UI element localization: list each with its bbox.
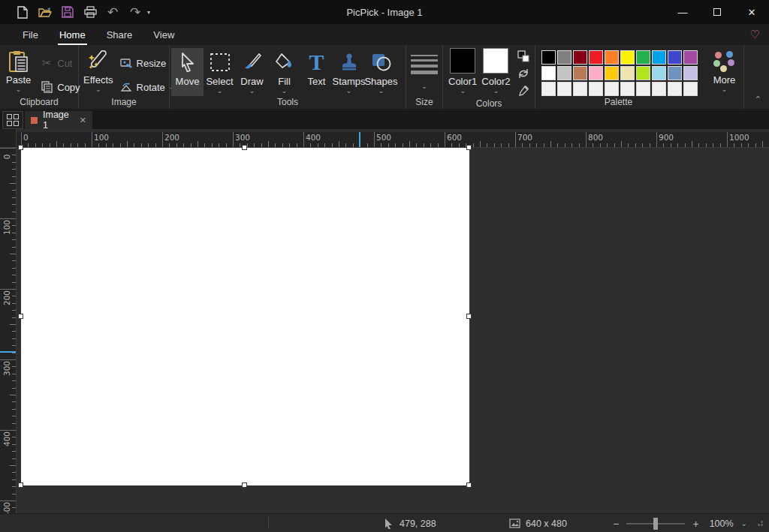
menu-tab-file[interactable]: File [12, 24, 49, 45]
ruler-tick [424, 143, 424, 147]
palette-swatch-r3-c10[interactable] [683, 82, 698, 96]
ruler-tick [176, 143, 177, 147]
palette-swatch-r2-c6[interactable] [620, 66, 635, 80]
qat-dropdown-icon[interactable]: ▾ [147, 9, 150, 16]
palette-swatch-r1-c9[interactable] [668, 50, 682, 65]
ruler-tick [332, 143, 333, 147]
palette-swatch-r2-c3[interactable] [573, 66, 587, 80]
palette-swatch-r1-c6[interactable] [620, 50, 635, 65]
swap-colors-button[interactable] [517, 67, 530, 80]
selection-handle[interactable] [466, 145, 472, 150]
tab-list-button[interactable] [2, 111, 23, 129]
tool-stamps-label: Stamps [332, 77, 365, 87]
fill-chevron-icon: ⌄ [282, 88, 288, 94]
new-file-button[interactable] [15, 5, 30, 20]
eyedropper-button[interactable] [517, 84, 530, 98]
zoom-slider[interactable] [626, 523, 685, 524]
palette-swatch-r2-c8[interactable] [652, 66, 666, 80]
palette-swatch-r1-c10[interactable] [683, 50, 698, 65]
close-button[interactable]: ✕ [734, 0, 769, 24]
palette-swatch-r2-c9[interactable] [668, 66, 682, 80]
selection-handle[interactable] [242, 145, 247, 150]
zoom-dropdown-icon[interactable]: ⌄ [741, 521, 747, 527]
ruler-tick [12, 380, 16, 381]
palette-swatch-r2-c5[interactable] [605, 66, 619, 80]
palette-swatch-r2-c7[interactable] [636, 66, 650, 80]
more-colors-button[interactable]: More ⌄ [705, 48, 743, 96]
resize-grip-icon[interactable] [755, 521, 763, 526]
palette-swatch-r1-c7[interactable] [636, 50, 650, 65]
ruler-tick [56, 141, 57, 147]
tool-stamps-button[interactable]: Stamps ⌄ [333, 48, 365, 96]
palette-swatch-r3-c9[interactable] [668, 82, 682, 96]
v-ruler-label: 400 [2, 428, 11, 450]
size-button[interactable]: ⌄ [408, 48, 441, 96]
palette-swatch-r1-c8[interactable] [652, 50, 666, 65]
tab-close-icon[interactable]: ✕ [80, 116, 86, 125]
ruler-tick [120, 143, 121, 147]
zoom-level-value[interactable]: 100% [710, 518, 734, 529]
ruler-tick [593, 143, 593, 147]
menu-tab-home[interactable]: Home [49, 24, 96, 45]
stamp-icon [339, 53, 359, 72]
palette-swatch-r3-c1[interactable] [541, 82, 556, 96]
zoom-slider-handle[interactable] [653, 518, 658, 530]
palette-swatch-r2-c4[interactable] [589, 66, 603, 80]
paste-label: Paste [6, 75, 31, 86]
menu-tab-view[interactable]: View [143, 24, 185, 45]
palette-swatch-r1-c2[interactable] [557, 50, 571, 65]
palette-swatch-r3-c7[interactable] [636, 82, 650, 96]
open-file-button[interactable] [38, 5, 53, 20]
menu-tab-share[interactable]: Share [96, 24, 143, 45]
undo-button[interactable]: ↶ [105, 5, 120, 20]
effects-button[interactable]: Effects ⌄ [83, 48, 113, 96]
selection-handle[interactable] [18, 145, 23, 150]
ruler-tick [12, 366, 16, 367]
image-canvas[interactable] [21, 148, 469, 485]
heart-icon[interactable]: ♡ [750, 28, 760, 41]
minimize-button[interactable]: — [665, 0, 700, 24]
tool-fill-button[interactable]: Fill ⌄ [268, 48, 300, 96]
tool-shapes-button[interactable]: Shapes ⌄ [365, 48, 397, 96]
zoom-out-button[interactable]: − [613, 518, 619, 530]
print-button[interactable] [83, 5, 98, 20]
selection-handle[interactable] [466, 314, 472, 319]
ruler-tick [656, 132, 657, 147]
palette-swatch-r1-c4[interactable] [589, 50, 603, 65]
palette-swatch-r2-c2[interactable] [557, 66, 571, 80]
tool-select-button[interactable]: Select ⌄ [204, 48, 236, 96]
tool-text-button[interactable]: T Text [300, 48, 333, 96]
palette-swatch-r3-c5[interactable] [605, 82, 619, 96]
palette-swatch-r1-c3[interactable] [573, 50, 587, 65]
selection-handle[interactable] [18, 314, 23, 319]
palette-swatch-r1-c5[interactable] [605, 50, 619, 65]
palette-swatch-r3-c2[interactable] [557, 82, 571, 96]
cut-label: Cut [57, 58, 72, 69]
paste-button[interactable]: Paste ⌄ [6, 48, 31, 96]
copy-button[interactable]: Copy [37, 78, 83, 96]
palette-swatch-r3-c3[interactable] [573, 82, 587, 96]
color2-button[interactable]: Color2 ⌄ [481, 48, 510, 94]
palette-swatch-r3-c6[interactable] [620, 82, 635, 96]
collapse-ribbon-icon[interactable]: ⌃ [755, 95, 761, 104]
document-tab-image1[interactable]: Image 1 ✕ [25, 111, 92, 129]
redo-button[interactable]: ↷ [128, 5, 143, 20]
zoom-in-button[interactable]: + [692, 518, 698, 530]
palette-swatch-r1-c1[interactable] [541, 50, 556, 65]
palette-swatch-r2-c1[interactable] [541, 66, 556, 80]
palette-swatch-r3-c4[interactable] [589, 82, 603, 96]
selection-handle[interactable] [242, 482, 247, 488]
cut-button[interactable]: ✂ Cut [37, 54, 83, 72]
maximize-button[interactable] [700, 0, 734, 24]
color1-button[interactable]: Color1 ⌄ [448, 48, 477, 94]
palette-swatch-r2-c10[interactable] [683, 66, 698, 80]
statusbar-divider [268, 517, 269, 529]
default-colors-button[interactable] [517, 50, 530, 63]
selection-handle[interactable] [18, 482, 23, 488]
ruler-tick [12, 310, 16, 311]
save-button[interactable] [60, 5, 75, 20]
selection-handle[interactable] [466, 482, 472, 488]
tool-draw-button[interactable]: Draw ⌄ [236, 48, 268, 96]
palette-swatch-r3-c8[interactable] [652, 82, 666, 96]
tool-move-button[interactable]: Move [171, 48, 204, 96]
